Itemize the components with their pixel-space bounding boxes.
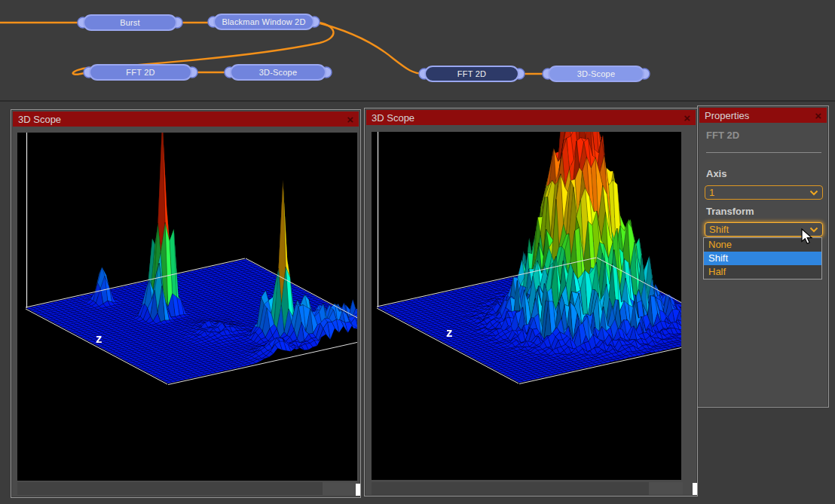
transform-dropdown-list: NoneShiftHalf [703,237,822,279]
chevron-down-icon [809,227,818,233]
node-label: 3D-Scope [577,69,616,78]
axis-label: Axis [706,168,726,179]
dropdown-option-shift[interactable]: Shift [704,252,821,265]
divider [706,152,821,153]
wire[interactable] [314,22,424,74]
graph-node-4[interactable]: FFT 2D [424,66,519,82]
surface-plot-1[interactable] [17,133,357,481]
node-label: FFT 2D [457,69,486,78]
scrollbar-track[interactable] [372,482,649,495]
scope-window-2: 3D Scope × [364,108,698,496]
scope-window-1: 3D Scope × [11,109,361,498]
scrollbar-thumb[interactable] [649,482,683,495]
window-title: 3D Scope [18,114,61,125]
window-titlebar[interactable]: 3D Scope × [13,111,359,127]
surface-plot-2[interactable] [372,132,681,480]
window-title: 3D Scope [372,112,414,124]
window-titlebar[interactable]: Properties × [699,108,827,123]
node-editor: BurstBlackman Window 2DFFT 2D3D-ScopeFFT… [0,0,835,102]
node-label: Blackman Window 2D [222,17,305,26]
close-icon[interactable]: × [684,112,690,124]
dropdown-option-none[interactable]: None [704,238,821,252]
graph-node-5[interactable]: 3D-Scope [548,66,644,82]
node-label: 3D-Scope [259,68,298,77]
axis-select-value: 1 [709,187,714,198]
axis-select[interactable]: 1 [705,185,823,200]
node-label: FFT 2D [126,68,154,77]
transform-label: Transform [706,206,754,217]
window-titlebar[interactable]: 3D Scope × [366,110,696,125]
plot-area-1 [17,133,357,481]
selected-node-name: FFT 2D [706,130,739,141]
close-icon[interactable]: × [815,110,821,121]
chevron-down-icon [809,190,818,196]
window-title: Properties [705,110,749,121]
plot-area-2 [372,132,681,480]
transform-select-value: Shift [709,224,729,235]
graph-node-1[interactable]: Blackman Window 2D [213,14,314,30]
resize-grip[interactable] [356,484,360,496]
graph-node-0[interactable]: Burst [83,14,177,31]
properties-panel: Properties × FFT 2D Axis 1 Transform Shi… [697,105,829,408]
dropdown-option-half[interactable]: Half [704,265,821,279]
graph-node-2[interactable]: FFT 2D [89,64,192,81]
scrollbar-thumb[interactable] [323,482,356,495]
resize-grip[interactable] [693,483,697,495]
node-label: Burst [120,18,140,27]
scrollbar-track[interactable] [17,482,323,495]
graph-node-3[interactable]: 3D-Scope [230,64,326,81]
transform-select[interactable]: Shift [705,222,823,237]
close-icon[interactable]: × [347,114,353,125]
